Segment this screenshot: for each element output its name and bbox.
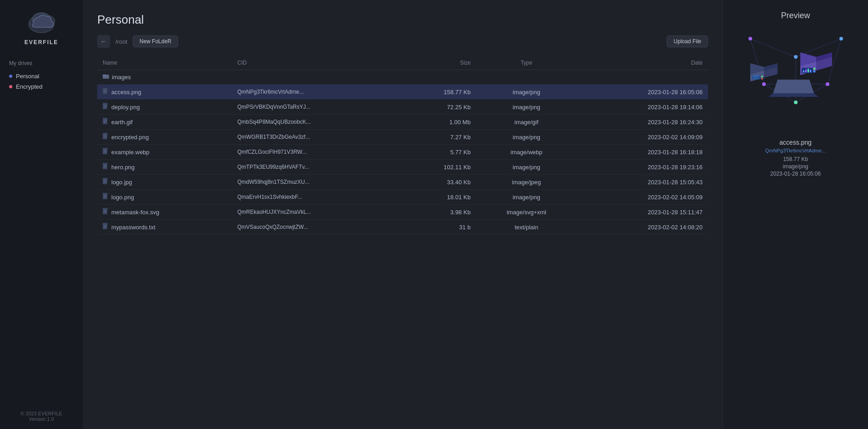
file-cid-cell: QmTPTk3EU99zq6HVAFTv...	[232, 160, 400, 175]
table-row[interactable]: deploy.png QmPSrVBKDqVnnGTaRsYJ... 72.25…	[97, 100, 708, 115]
preview-title: Preview	[732, 11, 859, 20]
svg-point-67	[794, 55, 798, 59]
back-button[interactable]: ←	[97, 35, 110, 48]
file-icon	[103, 178, 109, 186]
svg-marker-95	[768, 93, 818, 97]
col-header-cid: CID	[232, 56, 400, 70]
file-date-cell: 2023-01-28 19:23:16	[577, 160, 708, 175]
svg-rect-88	[805, 70, 807, 72]
file-icon	[103, 118, 109, 126]
col-header-size: Size	[400, 56, 476, 70]
svg-marker-42	[107, 193, 109, 194]
file-name-cell: access.png	[97, 85, 232, 100]
sidebar-item-label-encrypted: Encrypted	[16, 83, 43, 90]
logo-text: EVERFILE	[25, 39, 59, 45]
file-name-cell: deploy.png	[97, 100, 232, 115]
file-cid-cell: QmfCZLGociFlH971V3RW...	[232, 145, 400, 160]
personal-bullet-icon	[9, 75, 12, 78]
file-icon	[103, 148, 109, 156]
col-header-name: Name	[97, 56, 232, 70]
upload-file-button[interactable]: Upload File	[667, 35, 708, 47]
logo-area: EVERFILE	[25, 9, 59, 45]
preview-file-name: access.png	[779, 139, 812, 146]
preview-type: image/png	[783, 163, 808, 170]
page-header: Personal	[97, 13, 708, 27]
svg-point-70	[794, 101, 798, 104]
file-type-cell: image/png	[476, 130, 577, 145]
file-size-cell: 18.01 Kb	[400, 190, 476, 205]
svg-marker-52	[107, 223, 109, 224]
svg-rect-87	[803, 71, 804, 72]
svg-marker-22	[107, 133, 109, 134]
folder-name-label: images	[112, 74, 131, 81]
file-name-label: logo.jpg	[111, 179, 132, 186]
svg-point-80	[761, 78, 763, 80]
file-name-label: example.webp	[111, 149, 150, 156]
file-table-body: images	[97, 70, 708, 235]
file-name-cell: encrypted.png	[97, 130, 232, 145]
svg-marker-17	[107, 118, 109, 119]
file-icon	[103, 103, 109, 111]
file-size-cell: 1.00 Mb	[400, 115, 476, 130]
table-row[interactable]: mypasswords.txt QmVSaucoQxQZocnwjtZW... …	[97, 220, 708, 235]
file-name-cell: earth.gif	[97, 115, 232, 130]
table-row[interactable]: example.webp QmfCZLGociFlH971V3RW... 5.7…	[97, 145, 708, 160]
file-name-label: mypasswords.txt	[111, 224, 155, 231]
file-size-cell: 31 b	[400, 220, 476, 235]
page-title: Personal	[97, 13, 144, 27]
svg-marker-27	[107, 148, 109, 149]
toolbar: ← /root New FoLdeR Upload File	[97, 35, 708, 48]
file-size-cell: 102.11 Kb	[400, 160, 476, 175]
sidebar-item-label-personal: Personal	[16, 73, 39, 80]
svg-point-68	[762, 82, 766, 86]
table-row[interactable]: hero.png QmTPTk3EU99zq6HVAFTv... 102.11 …	[97, 160, 708, 175]
sidebar: EVERFILE My drives Personal Encrypted © …	[0, 0, 83, 429]
file-name-label: access.png	[111, 89, 141, 96]
sidebar-item-encrypted[interactable]: Encrypted	[7, 81, 75, 92]
file-cid-cell: QmaErvH1sx1SvhkiexbF...	[232, 190, 400, 205]
file-date-cell: 2023-01-28 15:05:43	[577, 175, 708, 190]
file-type-cell: image/webp	[476, 145, 577, 160]
file-name-label: metamask-fox.svg	[111, 209, 159, 216]
table-row[interactable]: encrypted.png QmWGRB1T3DrZbGeAv3zf... 7.…	[97, 130, 708, 145]
file-name-label: earth.gif	[111, 119, 133, 126]
file-size-cell: 7.27 Kb	[400, 130, 476, 145]
preview-cid: QmNPg3Tkr6mcVrtAdme...	[765, 148, 826, 153]
svg-point-66	[839, 37, 843, 40]
preview-image	[737, 30, 855, 130]
file-name-cell: hero.png	[97, 160, 232, 175]
cloud-logo-icon	[25, 9, 58, 36]
file-date-cell: 2023-02-02 14:05:09	[577, 190, 708, 205]
file-cid-cell: QmPSrVBKDqVnnGTaRsYJ...	[232, 100, 400, 115]
file-size-cell: 72.25 Kb	[400, 100, 476, 115]
svg-marker-96	[773, 80, 814, 93]
table-row[interactable]: logo.png QmaErvH1sx1SvhkiexbF... 18.01 K…	[97, 190, 708, 205]
preview-panel: Preview	[723, 0, 868, 429]
file-type-cell: text/plain	[476, 220, 577, 235]
sidebar-item-personal[interactable]: Personal	[7, 71, 75, 81]
file-name-label: logo.png	[111, 194, 134, 201]
copyright-text: © 2023 EVERFILE	[20, 411, 62, 416]
folder-type-cell	[476, 70, 577, 85]
file-name-label: deploy.png	[111, 104, 140, 111]
file-date-cell: 2023-02-02 14:09:09	[577, 130, 708, 145]
file-icon	[103, 133, 109, 141]
file-name-cell: example.webp	[97, 145, 232, 160]
file-type-cell: image/png	[476, 160, 577, 175]
version-text: Version 1.0	[20, 416, 62, 422]
table-row[interactable]: logo.jpg QmdW59hqj8n1TSZmuzXU... 33.40 K…	[97, 175, 708, 190]
new-folder-button[interactable]: New FoLdeR	[133, 35, 178, 47]
table-row[interactable]: access.png QmNPg3Tkr6mcVrtAdrne... 158.7…	[97, 85, 708, 100]
file-size-cell: 33.40 Kb	[400, 175, 476, 190]
table-row[interactable]: earth.gif QmbSq4P8MaQqUBzoobcK... 1.00 M…	[97, 115, 708, 130]
main-content: Personal ← /root New FoLdeR Upload File …	[83, 0, 723, 429]
file-name-label: encrypted.png	[111, 134, 149, 141]
file-type-cell: image/png	[476, 190, 577, 205]
file-name-cell: logo.png	[97, 190, 232, 205]
table-row[interactable]: metamask-fox.svg QmREkaoHUJXYncZmaVkL...…	[97, 205, 708, 220]
table-header: Name CID Size Type Date	[97, 56, 708, 70]
file-date-cell: 2023-02-02 14:08:20	[577, 220, 708, 235]
file-icon	[103, 223, 109, 231]
folder-row[interactable]: images	[97, 70, 708, 85]
table-container: Name CID Size Type Date images	[97, 56, 708, 429]
